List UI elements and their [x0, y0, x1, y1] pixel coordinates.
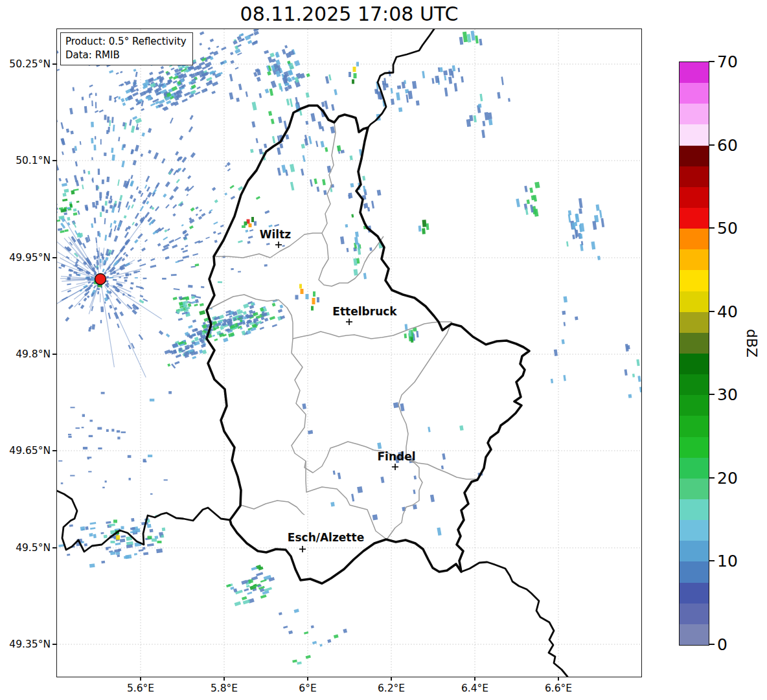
page-title: 08.11.2025 17:08 UTC: [57, 3, 641, 25]
colorbar-tick: [709, 477, 715, 479]
lon-tick-label: 6.2°E: [378, 683, 405, 694]
lon-tick: [474, 677, 475, 681]
colorbar-tick-label: 40: [717, 302, 738, 321]
colorbar-tick: [709, 227, 715, 229]
lon-tick-label: 6°E: [299, 683, 316, 694]
city-label-esch-alzette: Esch/Alzette: [288, 531, 364, 544]
colorbar-segment: [680, 208, 709, 229]
lon-tick: [140, 677, 141, 681]
gridlines: [57, 29, 641, 677]
colorbar-segment: [680, 333, 709, 354]
colorbar-axis-label: dBZ: [744, 329, 760, 357]
city-label-wiltz: Wiltz: [260, 228, 291, 241]
colorbar-segment: [680, 249, 709, 270]
colorbar-tick-label: 70: [717, 52, 738, 71]
colorbar-tick-label: 0: [717, 635, 727, 654]
radar-echoes: [57, 29, 641, 665]
colorbar-segment: [680, 437, 709, 458]
product-line: Product: 0.5° Reflectivity: [65, 35, 187, 49]
colorbar-tick-label: 20: [717, 468, 738, 487]
radar-page: 08.11.2025 17:08 UTC Product: 0.5° Refle…: [0, 0, 767, 700]
lat-tick: [52, 354, 56, 355]
lat-tick: [52, 547, 56, 548]
lat-tick-label: 49.65°N: [0, 445, 51, 457]
city-label-findel: Findel: [377, 450, 415, 463]
colorbar-segment: [680, 270, 709, 291]
city-label-ettelbruck: Ettelbruck: [332, 305, 396, 318]
lon-tick: [558, 677, 559, 681]
colorbar-segment: [680, 499, 709, 520]
data-source-line: Data: RMIB: [65, 49, 187, 62]
lat-tick: [52, 450, 56, 451]
colorbar-tick-label: 60: [717, 135, 738, 154]
radar-map: Product: 0.5° Reflectivity Data: RMIB Wi…: [56, 28, 642, 677]
colorbar-segment: [680, 520, 709, 541]
colorbar-segment: [680, 604, 709, 624]
colorbar-segment: [680, 624, 709, 645]
lon-tick-label: 5.8°E: [211, 683, 238, 694]
colorbar-segment: [680, 561, 709, 582]
colorbar-tick-label: 10: [717, 552, 738, 570]
lat-tick: [52, 160, 56, 161]
border-belgium-germany: [368, 29, 434, 128]
colorbar-tick: [709, 311, 715, 312]
colorbar-segment: [680, 416, 709, 436]
colorbar-tick: [709, 560, 715, 561]
colorbar-tick-label: 30: [717, 385, 738, 404]
lat-tick: [52, 644, 56, 645]
colorbar-segment: [680, 124, 709, 145]
lat-tick-label: 49.95°N: [0, 252, 51, 264]
colorbar-segment: [680, 374, 709, 395]
colorbar-segment: [680, 166, 709, 187]
lon-tick-label: 6.4°E: [461, 683, 488, 694]
colorbar-segment: [680, 146, 709, 166]
lat-tick: [52, 257, 56, 258]
colorbar-tick: [709, 61, 715, 62]
lon-tick-label: 5.6°E: [127, 683, 154, 694]
colorbar: [679, 62, 709, 646]
lat-tick: [52, 63, 56, 65]
colorbar-segment: [680, 541, 709, 561]
colorbar-segment: [680, 479, 709, 499]
colorbar-segment: [680, 583, 709, 604]
colorbar-segment: [680, 104, 709, 124]
product-info-box: Product: 0.5° Reflectivity Data: RMIB: [60, 32, 193, 65]
radar-site-marker: [95, 274, 106, 285]
lat-tick-label: 49.35°N: [0, 638, 51, 650]
colorbar-segment: [680, 312, 709, 333]
colorbar-segment: [680, 62, 709, 83]
lon-tick: [307, 677, 308, 681]
colorbar-segment: [680, 395, 709, 416]
colorbar-segment: [680, 458, 709, 479]
colorbar-tick: [709, 394, 715, 395]
colorbar-tick: [709, 644, 715, 645]
colorbar-tick-label: 50: [717, 219, 738, 238]
lon-tick: [223, 677, 225, 681]
colorbar-segment: [680, 229, 709, 249]
border-france-germany: [461, 562, 567, 677]
lon-tick-label: 6.6°E: [545, 683, 572, 694]
colorbar-segment: [680, 291, 709, 312]
colorbar-segment: [680, 83, 709, 104]
lat-tick-label: 50.1°N: [0, 155, 51, 166]
lat-tick-label: 49.5°N: [0, 542, 51, 554]
colorbar-segment: [680, 187, 709, 208]
lon-tick: [391, 677, 392, 681]
colorbar-segment: [680, 354, 709, 374]
lat-tick-label: 49.8°N: [0, 348, 51, 360]
lat-tick-label: 50.25°N: [0, 58, 51, 70]
radar-map-canvas: [57, 29, 641, 677]
colorbar-tick: [709, 144, 715, 146]
